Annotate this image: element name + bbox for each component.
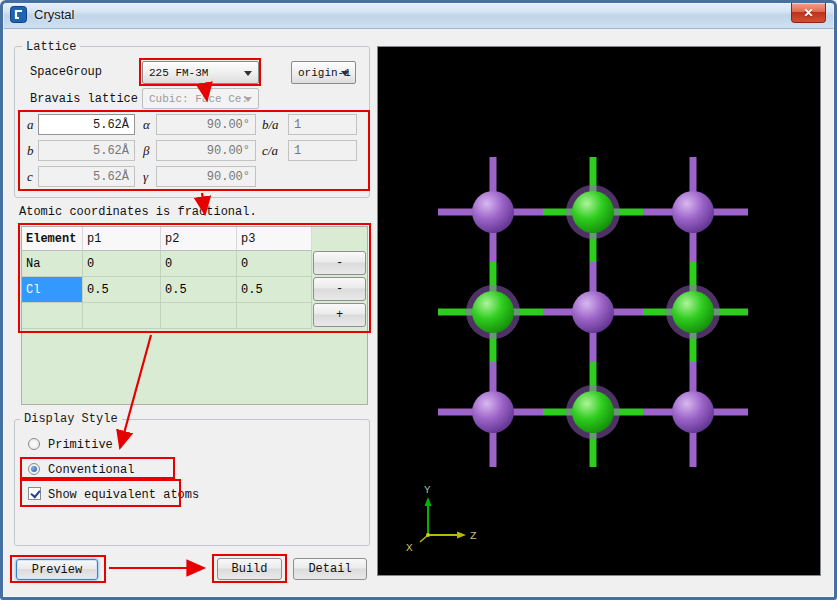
cell-empty[interactable] [161,303,237,329]
param-b-symbol: b [27,143,34,159]
lattice-group-label: Lattice [22,40,80,54]
param-gamma-symbol: γ [143,169,148,185]
remove-row-cl-button[interactable]: - [313,277,366,301]
column-header-p3[interactable]: p3 [237,227,312,251]
param-b-input: 5.62Å [38,140,135,161]
ratio-ca-input: 1 [288,140,357,161]
spacegroup-value: 225 FM-3M [149,67,208,79]
crystal-dialog: Crystal ✕ Lattice SpaceGroup 225 FM-3M o… [0,0,837,600]
chevron-down-icon [341,71,349,76]
detail-button[interactable]: Detail [293,558,367,580]
window-title: Crystal [34,7,74,22]
close-icon: ✕ [803,6,813,20]
cell-empty[interactable] [22,303,83,329]
param-c-symbol: c [27,169,33,185]
primitive-radio-label: Primitive [48,438,113,452]
cell-na-p3[interactable]: 0 [237,251,312,277]
fractional-note: Atomic coordinates is fractional. [19,205,257,219]
column-header-p2[interactable]: p2 [161,227,237,251]
crystal-viewport[interactable]: YZX [377,46,821,576]
svg-text:X: X [406,542,413,554]
show-equivalent-checkbox[interactable] [28,487,41,500]
param-alpha-symbol: α [143,117,150,133]
cell-empty[interactable] [237,303,312,329]
param-gamma-input: 90.00° [156,166,256,187]
param-a-input[interactable]: 5.62Å [38,114,135,135]
cell-empty[interactable] [83,303,161,329]
spacegroup-label: SpaceGroup [30,65,102,79]
param-beta-input: 90.00° [156,140,256,161]
chevron-down-icon [244,97,252,102]
preview-button[interactable]: Preview [16,559,98,580]
cell-cl-p2[interactable]: 0.5 [161,277,237,303]
param-a-symbol: a [27,117,34,133]
param-beta-symbol: β [143,143,149,159]
ratio-ba-label: b/a [262,117,279,133]
bravais-value: Cubic: Face Ce: [149,93,248,105]
cell-element-cl[interactable]: Cl [22,277,83,303]
app-icon [10,6,27,23]
svg-text:Z: Z [470,530,477,542]
origin-select[interactable]: origin-1 [291,61,356,84]
param-c-input: 5.62Å [38,166,135,187]
cell-element-na[interactable]: Na [22,251,83,277]
column-header-p1[interactable]: p1 [83,227,161,251]
ratio-ba-input: 1 [288,114,357,135]
show-equivalent-label: Show equivalent atoms [48,488,199,502]
param-alpha-input: 90.00° [156,114,256,135]
add-row-button[interactable]: + [313,303,366,327]
build-button[interactable]: Build [217,558,282,580]
titlebar: Crystal [0,0,837,29]
cell-na-p1[interactable]: 0 [83,251,161,277]
bravais-select: Cubic: Face Ce: [142,88,259,109]
table-header-row: Element p1 p2 p3 [22,227,367,251]
close-button[interactable]: ✕ [791,3,826,23]
cell-cl-p1[interactable]: 0.5 [83,277,161,303]
conventional-radio[interactable] [28,463,40,475]
cell-cl-p3[interactable]: 0.5 [237,277,312,303]
spacegroup-select[interactable]: 225 FM-3M [142,61,259,84]
primitive-radio[interactable] [28,438,40,450]
remove-row-na-button[interactable]: - [313,251,366,275]
conventional-radio-label: Conventional [48,463,134,477]
chevron-down-icon [244,71,252,76]
bravais-label: Bravais lattice [30,92,138,106]
ratio-ca-label: c/a [262,143,278,159]
column-header-element[interactable]: Element [22,227,83,251]
crystal-structure: YZX [378,47,820,575]
cell-na-p2[interactable]: 0 [161,251,237,277]
display-style-label: Display Style [20,412,122,426]
svg-text:Y: Y [424,484,431,496]
